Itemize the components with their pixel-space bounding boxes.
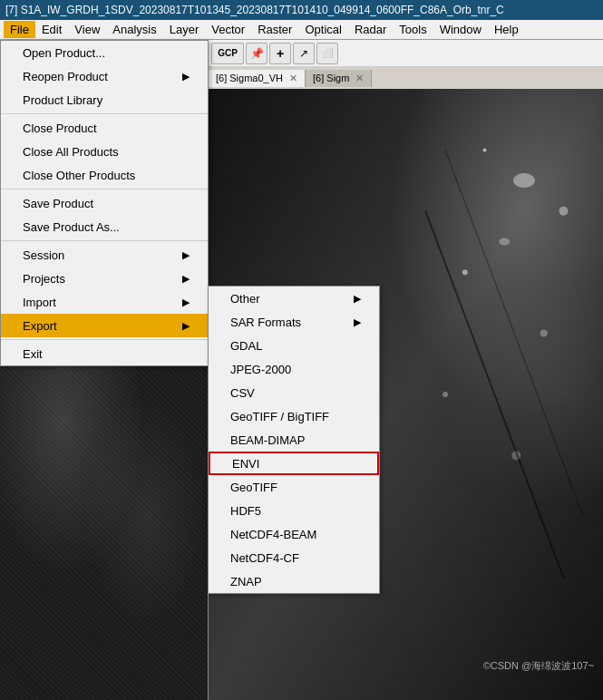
submenu-hdf5[interactable]: HDF5 [209,499,379,522]
menu-export[interactable]: Export ▶ [1,314,208,337]
submenu-netcdf4-cf[interactable]: NetCDF4-CF [209,546,379,569]
right-tab-close-vh[interactable]: ✕ [289,73,297,83]
submenu-beam-dimap[interactable]: BEAM-DIMAP [209,428,379,452]
menu-close-other[interactable]: Close Other Products [1,163,208,187]
menu-tools[interactable]: Tools [393,21,433,38]
menu-sep1 [1,113,208,114]
submenu-gdal[interactable]: GDAL [209,334,379,357]
menu-sep4 [1,339,208,340]
session-arrow-icon: ▶ [182,249,190,261]
submenu-znap[interactable]: ZNAP [209,569,379,593]
right-tab-sigma[interactable]: [6] Sigm ✕ [306,70,372,87]
session-label: Session [23,248,64,262]
menu-projects[interactable]: Projects ▶ [1,267,208,290]
csv-label: CSV [230,386,255,400]
svg-point-11 [483,148,487,151]
submenu-netcdf4-beam[interactable]: NetCDF4-BEAM [209,522,379,546]
toolbar-nav-btn[interactable]: ↗ [293,43,315,64]
znap-label: ZNAP [230,575,262,588]
menu-help[interactable]: Help [488,21,525,38]
menu-optical[interactable]: Optical [298,21,347,38]
svg-line-16 [445,150,583,516]
title-text: [7] S1A_IW_GRDH_1SDV_20230817T101345_202… [5,4,504,16]
open-product-label: Open Product... [23,46,105,60]
menu-sep2 [1,189,208,190]
export-submenu: Other ▶ SAR Formats ▶ GDAL JPEG-2000 CSV… [208,286,380,594]
submenu-other[interactable]: Other ▶ [209,287,379,310]
svg-point-13 [443,392,448,397]
toolbar-plus-btn[interactable]: + [269,43,291,64]
reopen-arrow-icon: ▶ [182,71,190,83]
svg-point-8 [499,238,510,246]
menu-analysis[interactable]: Analysis [106,21,162,38]
menu-open-product[interactable]: Open Product... [1,41,208,64]
menu-close-product[interactable]: Close Product [1,116,208,140]
menu-view[interactable]: View [68,21,106,38]
export-arrow-icon: ▶ [182,320,190,332]
title-bar: [7] S1A_IW_GRDH_1SDV_20230817T101345_202… [0,0,603,20]
close-other-label: Close Other Products [23,169,135,182]
menu-raster[interactable]: Raster [251,21,298,38]
envi-label: ENVI [232,457,259,471]
menu-exit[interactable]: Exit [1,342,208,365]
beam-dimap-label: BEAM-DIMAP [230,433,305,447]
submenu-jpeg2000[interactable]: JPEG-2000 [209,357,379,381]
svg-point-12 [540,330,548,337]
reopen-product-label: Reopen Product [23,70,108,83]
toolbar-gcp2-btn[interactable]: GCP [211,43,244,64]
menu-save-product-as[interactable]: Save Product As... [1,215,208,238]
import-label: Import [23,296,56,309]
jpeg2000-label: JPEG-2000 [230,363,291,376]
submenu-envi[interactable]: ENVI [209,452,379,475]
submenu-geotiff-bigtiff[interactable]: GeoTIFF / BigTIFF [209,404,379,428]
right-tab-sigma-vh[interactable]: [6] Sigma0_VH ✕ [209,70,306,87]
menu-close-all[interactable]: Close All Products [1,140,208,163]
geotiff-bigtiff-label: GeoTIFF / BigTIFF [230,410,329,423]
projects-label: Projects [23,272,65,286]
product-library-label: Product Library [23,93,102,107]
projects-arrow-icon: ▶ [182,273,190,285]
gdal-label: GDAL [230,339,262,353]
menu-file[interactable]: File [4,21,35,38]
menu-session[interactable]: Session ▶ [1,243,208,267]
menu-product-library[interactable]: Product Library [1,88,208,112]
netcdf4-beam-label: NetCDF4-BEAM [230,528,316,541]
import-arrow-icon: ▶ [182,297,190,308]
hdf5-label: HDF5 [230,504,261,518]
other-arrow-icon: ▶ [354,293,361,305]
geotiff-label: GeoTIFF [230,481,277,494]
toolbar-rect-btn[interactable]: ⬜ [316,43,338,64]
menu-import[interactable]: Import ▶ [1,290,208,314]
export-label: Export [23,319,57,333]
right-tab-close-sigma[interactable]: ✕ [355,73,364,83]
svg-point-7 [513,173,535,188]
submenu-geotiff[interactable]: GeoTIFF [209,475,379,499]
svg-point-10 [559,207,569,216]
svg-point-9 [462,269,468,275]
netcdf4-cf-label: NetCDF4-CF [230,551,299,565]
right-tabs-row: [6] Sigma0_VH ✕ [6] Sigm ✕ [209,67,603,89]
menu-sep3 [1,240,208,241]
exit-label: Exit [23,347,43,361]
menu-reopen-product[interactable]: Reopen Product ▶ [1,64,208,88]
save-product-as-label: Save Product As... [23,220,120,234]
menu-window[interactable]: Window [433,21,488,38]
sar-formats-label: SAR Formats [230,316,301,329]
close-product-label: Close Product [23,122,97,135]
menu-radar[interactable]: Radar [348,21,393,38]
sar-formats-arrow-icon: ▶ [354,316,361,328]
menu-edit[interactable]: Edit [35,21,68,38]
menu-layer[interactable]: Layer [163,21,206,38]
file-menu: Open Product... Reopen Product ▶ Product… [0,40,209,366]
submenu-csv[interactable]: CSV [209,381,379,404]
other-label: Other [230,292,260,306]
menu-vector[interactable]: Vector [205,21,251,38]
toolbar-pin-btn[interactable]: 📌 [246,43,267,64]
menu-save-product[interactable]: Save Product [1,191,208,215]
save-product-label: Save Product [23,197,93,210]
close-all-label: Close All Products [23,145,119,159]
submenu-sar-formats[interactable]: SAR Formats ▶ [209,310,379,334]
menu-bar: File Edit View Analysis Layer Vector Ras… [0,20,603,40]
